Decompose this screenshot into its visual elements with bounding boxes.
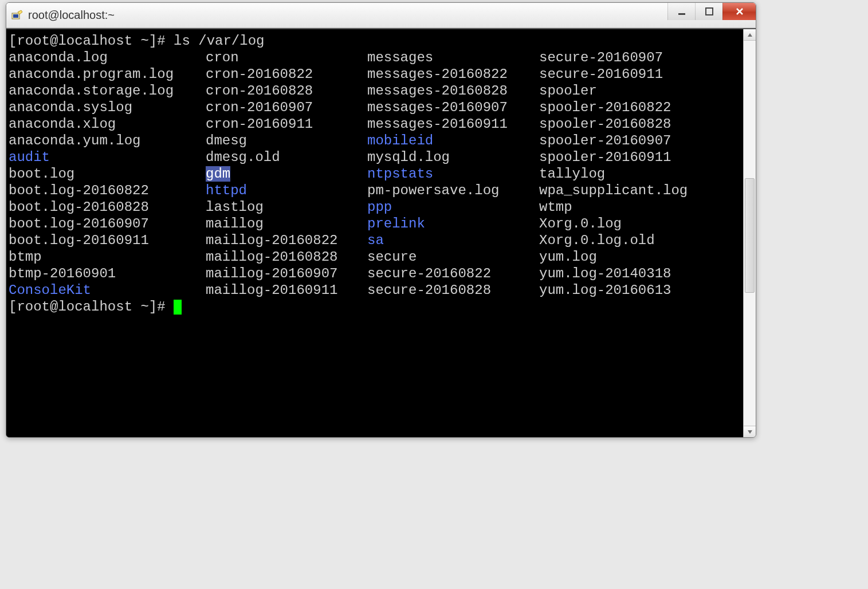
ls-entry: spooler-20160911 (539, 149, 671, 166)
ls-row: boot.log-20160907maillogprelinkXorg.0.lo… (9, 215, 742, 232)
ls-entry: maillog-20160911 (206, 282, 367, 299)
ls-entry: maillog (206, 215, 367, 232)
ls-entry: anaconda.log (9, 49, 206, 66)
maximize-button[interactable] (695, 3, 722, 20)
ls-entry: secure-20160822 (367, 265, 539, 282)
ls-entry: dmesg.old (206, 149, 367, 166)
ls-entry: cron-20160907 (206, 99, 367, 116)
ls-entry: maillog-20160828 (206, 249, 367, 265)
terminal-window: root@localhost:~ [root@localhost ~]# ls … (6, 2, 756, 438)
putty-icon (11, 9, 23, 22)
ls-entry: mysqld.log (367, 149, 539, 166)
ls-entry: wpa_supplicant.log (539, 182, 688, 199)
scrollbar-track[interactable] (744, 41, 756, 426)
ls-row: boot.loggdmntpstatstallylog (9, 166, 742, 182)
scrollbar[interactable] (743, 29, 756, 437)
ls-entry: btmp (9, 249, 206, 265)
ls-entry: anaconda.storage.log (9, 83, 206, 99)
ls-entry: yum.log (539, 249, 597, 265)
ls-entry: boot.log-20160828 (9, 199, 206, 215)
svg-rect-3 (706, 8, 713, 15)
ls-entry: cron (206, 49, 367, 66)
scroll-up-button[interactable] (744, 29, 756, 41)
ls-entry: boot.log-20160822 (9, 182, 206, 199)
ls-entry: anaconda.syslog (9, 99, 206, 116)
svg-rect-1 (13, 14, 18, 18)
ls-entry: maillog-20160822 (206, 232, 367, 249)
svg-rect-2 (678, 13, 685, 15)
prompt-line: [root@localhost ~]# (9, 299, 742, 315)
ls-entry: lastlog (206, 199, 367, 215)
titlebar[interactable]: root@localhost:~ (6, 3, 756, 28)
ls-entry: spooler-20160828 (539, 116, 671, 132)
ls-row: anaconda.storage.logcron-20160828message… (9, 83, 742, 99)
ls-entry: anaconda.xlog (9, 116, 206, 132)
ls-entry: prelink (367, 215, 539, 232)
ls-entry: httpd (206, 182, 367, 199)
ls-entry: audit (9, 149, 206, 166)
ls-row: anaconda.program.logcron-20160822message… (9, 66, 742, 83)
ls-row: boot.log-20160828lastlogpppwtmp (9, 199, 742, 215)
ls-entry: anaconda.yum.log (9, 132, 206, 149)
ls-entry: cron-20160822 (206, 66, 367, 83)
ls-entry: cron-20160911 (206, 116, 367, 132)
command-line: [root@localhost ~]# ls /var/log (9, 33, 742, 49)
ls-row: btmp-20160901maillog-20160907secure-2016… (9, 265, 742, 282)
ls-entry: tallylog (539, 166, 605, 182)
ls-row: anaconda.syslogcron-20160907messages-201… (9, 99, 742, 116)
ls-entry: messages-20160907 (367, 99, 539, 116)
ls-entry: yum.log-20140318 (539, 265, 671, 282)
ls-entry: Xorg.0.log (539, 215, 622, 232)
ls-entry: messages-20160828 (367, 83, 539, 99)
ls-row: anaconda.xlogcron-20160911messages-20160… (9, 116, 742, 132)
scrollbar-thumb[interactable] (745, 178, 755, 293)
terminal-output[interactable]: [root@localhost ~]# ls /var/loganaconda.… (6, 29, 743, 437)
ls-row: ConsoleKitmaillog-20160911secure-2016082… (9, 282, 742, 299)
ls-entry: spooler-20160822 (539, 99, 671, 116)
window-controls (667, 3, 756, 20)
cursor (174, 300, 182, 315)
ls-entry: pm-powersave.log (367, 182, 539, 199)
scroll-down-button[interactable] (744, 426, 756, 437)
ls-entry: secure-20160911 (539, 66, 663, 83)
ls-row: anaconda.yum.logdmesgmobileidspooler-201… (9, 132, 742, 149)
ls-entry: spooler-20160907 (539, 132, 671, 149)
ls-entry: boot.log-20160907 (9, 215, 206, 232)
ls-entry: ntpstats (367, 166, 539, 182)
ls-entry: yum.log-20160613 (539, 282, 671, 299)
ls-entry: boot.log (9, 166, 206, 182)
window-title: root@localhost:~ (28, 9, 115, 22)
ls-entry: maillog-20160907 (206, 265, 367, 282)
ls-entry: secure-20160907 (539, 49, 663, 66)
ls-row: btmpmaillog-20160828secureyum.log (9, 249, 742, 265)
ls-entry: cron-20160828 (206, 83, 367, 99)
ls-row: auditdmesg.oldmysqld.logspooler-20160911 (9, 149, 742, 166)
ls-entry: boot.log-20160911 (9, 232, 206, 249)
client-area: [root@localhost ~]# ls /var/loganaconda.… (6, 28, 756, 437)
ls-entry: messages-20160822 (367, 66, 539, 83)
ls-entry: btmp-20160901 (9, 265, 206, 282)
ls-entry: anaconda.program.log (9, 66, 206, 83)
ls-entry: wtmp (539, 199, 572, 215)
ls-entry: secure-20160828 (367, 282, 539, 299)
ls-entry: messages (367, 49, 539, 66)
ls-entry: mobileid (367, 132, 539, 149)
ls-entry: ppp (367, 199, 539, 215)
ls-entry: dmesg (206, 132, 367, 149)
ls-entry: ConsoleKit (9, 282, 206, 299)
ls-entry: secure (367, 249, 539, 265)
ls-entry: Xorg.0.log.old (539, 232, 655, 249)
ls-entry: sa (367, 232, 539, 249)
ls-entry: spooler (539, 83, 597, 99)
ls-row: boot.log-20160911maillog-20160822saXorg.… (9, 232, 742, 249)
ls-entry: messages-20160911 (367, 116, 539, 132)
minimize-button[interactable] (667, 3, 695, 20)
ls-row: boot.log-20160822httpdpm-powersave.logwp… (9, 182, 742, 199)
ls-row: anaconda.logcronmessagessecure-20160907 (9, 49, 742, 66)
close-button[interactable] (722, 3, 756, 20)
ls-entry: gdm (206, 166, 367, 182)
